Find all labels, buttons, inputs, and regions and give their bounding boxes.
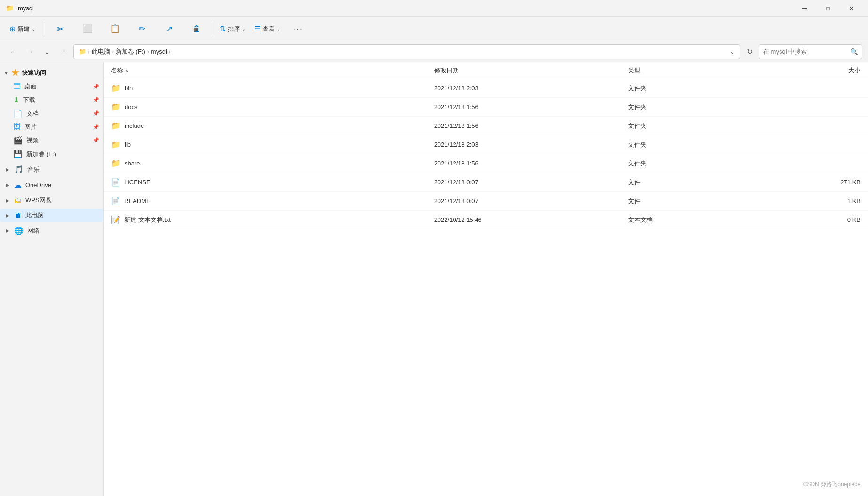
column-name-label: 名称 <box>111 66 123 75</box>
sidebar-item-documents[interactable]: 📄 文档 📌 <box>0 107 103 120</box>
file-name: 新建 文本文档.txt <box>124 216 171 224</box>
file-row[interactable]: 📁 include 2021/12/18 1:56 文件夹 <box>104 117 868 135</box>
column-type-label: 类型 <box>628 67 640 74</box>
view-button[interactable]: ☰ 查看 ⌄ <box>250 19 284 39</box>
copy-button[interactable]: ⬜ <box>74 19 101 39</box>
up-button[interactable]: ↑ <box>56 44 72 59</box>
share-button[interactable]: ↗ <box>156 19 183 39</box>
sort-icon: ⇅ <box>220 24 226 33</box>
toolbar: ⊕ 新建 ⌄ ✂ ⬜ 📋 ✏ ↗ 🗑 ⇅ 排序 ⌄ ☰ 查看 ⌄ ··· <box>0 17 868 41</box>
sidebar-item-onedrive[interactable]: ▶ ☁ OneDrive <box>0 178 103 192</box>
file-row[interactable]: 📝 新建 文本文档.txt 2022/10/12 15:46 文本文档 0 KB <box>104 211 868 229</box>
network-section: ▶ 🌐 网络 <box>0 224 103 237</box>
more-button[interactable]: ··· <box>285 19 311 39</box>
search-input[interactable] <box>763 48 847 55</box>
new-dropdown-icon: ⌄ <box>32 26 35 31</box>
back-button[interactable]: ← <box>6 44 21 59</box>
file-name: lib <box>125 141 131 148</box>
new-icon: ⊕ <box>9 24 16 33</box>
folder-icon: 📁 <box>111 140 121 150</box>
pc-label: 此电脑 <box>25 211 44 220</box>
music-section: ▶ 🎵 音乐 <box>0 163 103 176</box>
sort-button[interactable]: ⇅ 排序 ⌄ <box>216 19 249 39</box>
sort-chevron: ⌄ <box>242 26 246 31</box>
sidebar-item-videos[interactable]: 🎬 视频 📌 <box>0 134 103 147</box>
sidebar-item-pictures[interactable]: 🖼 图片 📌 <box>0 120 103 134</box>
file-name-cell: 📁 docs <box>111 102 434 112</box>
column-size[interactable]: 大小 <box>757 66 860 75</box>
forward-button[interactable]: → <box>23 44 38 59</box>
file-date-cell: 2021/12/18 2:03 <box>434 141 628 148</box>
maximize-button[interactable]: □ <box>817 1 839 16</box>
folder-icon: 📁 <box>111 158 121 168</box>
file-row[interactable]: 📁 share 2021/12/18 1:56 文件夹 <box>104 154 868 173</box>
sidebar-item-download[interactable]: ⬇ 下载 📌 <box>0 93 103 107</box>
cut-icon: ✂ <box>57 24 64 34</box>
rename-icon: ✏ <box>139 24 145 34</box>
pictures-icon: 🖼 <box>13 123 21 131</box>
wps-icon: 🗂 <box>14 196 22 205</box>
path-dropdown-icon[interactable]: ⌄ <box>730 48 735 55</box>
videos-label: 视频 <box>26 136 39 145</box>
rename-button[interactable]: ✏ <box>129 19 155 39</box>
delete-button[interactable]: 🗑 <box>183 19 210 39</box>
file-row[interactable]: 📁 docs 2021/12/18 1:56 文件夹 <box>104 98 868 117</box>
file-row[interactable]: 📄 README 2021/12/18 0:07 文件 1 KB <box>104 192 868 211</box>
sidebar-item-network[interactable]: ▶ 🌐 网络 <box>0 224 103 237</box>
sidebar-item-music[interactable]: ▶ 🎵 音乐 <box>0 163 103 176</box>
desktop-pin-icon: 📌 <box>93 84 99 90</box>
file-name-cell: 📁 lib <box>111 140 434 150</box>
download-label: 下载 <box>23 96 35 104</box>
folder-icon: 📁 <box>111 102 121 112</box>
recent-button[interactable]: ⌄ <box>40 44 55 59</box>
file-row[interactable]: 📄 LICENSE 2021/12/18 0:07 文件 271 KB <box>104 173 868 192</box>
sidebar-item-wps[interactable]: ▶ 🗂 WPS网盘 <box>0 194 103 207</box>
address-path[interactable]: 📁 › 此电脑 › 新加卷 (F:) › mysql › ⌄ <box>73 44 740 59</box>
file-name: share <box>125 160 140 167</box>
file-type-cell: 文件夹 <box>628 103 757 111</box>
view-label: 查看 <box>263 25 275 33</box>
file-name: docs <box>125 103 137 110</box>
refresh-button[interactable]: ↻ <box>742 44 757 59</box>
wps-label: WPS网盘 <box>25 196 52 205</box>
column-size-label: 大小 <box>848 67 860 74</box>
paste-button[interactable]: 📋 <box>102 19 128 39</box>
quick-access-header[interactable]: ▼ ★ 快速访问 <box>0 66 103 80</box>
file-rows-container: 📁 bin 2021/12/18 2:03 文件夹 📁 docs 2021/12… <box>104 79 868 229</box>
title-bar: 📁 mysql — □ ✕ <box>0 0 868 17</box>
sidebar-item-pc[interactable]: ▶ 🖥 此电脑 <box>0 209 103 222</box>
file-date-cell: 2022/10/12 15:46 <box>434 216 628 223</box>
file-row[interactable]: 📁 bin 2021/12/18 2:03 文件夹 <box>104 79 868 98</box>
folder-icon: 📁 <box>111 83 121 93</box>
close-button[interactable]: ✕ <box>841 1 862 16</box>
quick-access-star-icon: ★ <box>11 68 19 78</box>
quick-access-label: 快速访问 <box>22 69 46 77</box>
sidebar-item-newdrive[interactable]: 💾 新加卷 (F:) <box>0 147 103 161</box>
new-button[interactable]: ⊕ 新建 ⌄ <box>4 21 41 38</box>
sidebar: ▼ ★ 快速访问 🗔 桌面 📌 ⬇ 下载 📌 📄 文档 📌 🖼 图 <box>0 62 104 496</box>
path-part-mysql: mysql <box>151 48 167 55</box>
column-date[interactable]: 修改日期 <box>434 66 628 75</box>
sidebar-item-desktop[interactable]: 🗔 桌面 📌 <box>0 80 103 93</box>
path-folder-icon: 📁 <box>79 48 86 55</box>
network-icon: 🌐 <box>14 226 24 235</box>
search-box[interactable]: 🔍 <box>759 44 862 59</box>
column-type[interactable]: 类型 <box>628 66 757 75</box>
search-icon[interactable]: 🔍 <box>850 48 858 55</box>
documents-icon: 📄 <box>13 109 23 118</box>
download-pin-icon: 📌 <box>93 97 99 103</box>
file-name: LICENSE <box>124 179 151 186</box>
file-type-cell: 文件 <box>628 197 757 205</box>
column-name[interactable]: 名称 ∧ <box>111 66 434 75</box>
file-row[interactable]: 📁 lib 2021/12/18 2:03 文件夹 <box>104 135 868 154</box>
pictures-label: 图片 <box>24 123 37 131</box>
pc-expand-icon: ▶ <box>6 213 9 218</box>
file-icon: 📄 <box>111 197 120 205</box>
cut-button[interactable]: ✂ <box>47 19 73 39</box>
network-expand-icon: ▶ <box>6 228 9 233</box>
file-name-cell: 📁 include <box>111 121 434 131</box>
file-name-cell: 📄 LICENSE <box>111 178 434 187</box>
minimize-button[interactable]: — <box>794 1 815 16</box>
path-part-drive: 新加卷 (F:) <box>116 47 145 56</box>
view-icon: ☰ <box>254 24 261 33</box>
